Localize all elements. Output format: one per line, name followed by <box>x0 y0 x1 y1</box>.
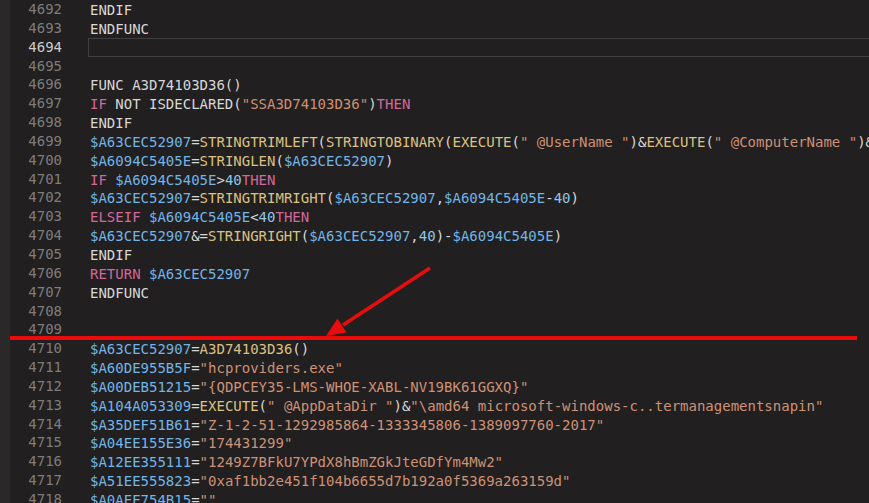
code-line[interactable]: 4707ENDFUNC <box>0 283 869 302</box>
code-line[interactable]: 4703ELSEIF $A6094C5405E<40THEN <box>0 207 869 226</box>
code-line[interactable]: 4711$A60DE955B5F="hcproviders.exe" <box>0 358 869 377</box>
code-text: IF $A6094C5405E>40THEN <box>88 170 869 189</box>
code-line[interactable]: 4705ENDIF <box>0 245 869 264</box>
code-line[interactable]: 4700$A6094C5405E=STRINGLEN($A63CEC52907) <box>0 151 869 170</box>
code-text: ENDIF <box>88 245 869 264</box>
code-text <box>88 57 869 76</box>
code-text: $A0AEE754B15="" <box>88 490 869 503</box>
code-text: ENDIF <box>88 0 869 19</box>
code-text <box>88 38 869 57</box>
code-text: RETURN $A63CEC52907 <box>88 264 869 283</box>
code-text: IF NOT ISDECLARED("SSA3D74103D36")THEN <box>88 94 869 113</box>
code-text: $A63CEC52907&=STRINGRIGHT($A63CEC52907,4… <box>88 226 869 245</box>
code-text: $A6094C5405E=STRINGLEN($A63CEC52907) <box>88 151 869 170</box>
code-text: FUNC A3D74103D36() <box>88 75 869 94</box>
code-line[interactable]: 4693ENDFUNC <box>0 19 869 38</box>
code-text: ENDIF <box>88 113 869 132</box>
code-line[interactable]: 4718$A0AEE754B15="" <box>0 490 869 503</box>
code-line[interactable]: 4714$A35DEF51B61="Z-1-2-51-1292985864-13… <box>0 415 869 434</box>
annotation-underline <box>10 336 857 340</box>
code-text: $A63CEC52907=STRINGTRIMLEFT(STRINGTOBINA… <box>88 132 869 151</box>
code-line[interactable]: 4704$A63CEC52907&=STRINGRIGHT($A63CEC529… <box>0 226 869 245</box>
code-line[interactable]: 4702$A63CEC52907=STRINGTRIMRIGHT($A63CEC… <box>0 188 869 207</box>
code-line[interactable]: 4697IF NOT ISDECLARED("SSA3D74103D36")TH… <box>0 94 869 113</box>
code-text: $A51EE555823="0xaf1bb2e451f104b6655d7b19… <box>88 471 869 490</box>
code-line[interactable]: 4715$A04EE155E36="174431299" <box>0 433 869 452</box>
code-line[interactable]: 4717$A51EE555823="0xaf1bb2e451f104b6655d… <box>0 471 869 490</box>
code-text: $A04EE155E36="174431299" <box>88 433 869 452</box>
code-text <box>88 302 869 321</box>
code-line[interactable]: 4694 <box>0 38 869 57</box>
code-text: $A00DEB51215="{QDPCEY35-LMS-WHOE-XABL-NV… <box>88 377 869 396</box>
code-line[interactable]: 4695 <box>0 57 869 76</box>
code-line[interactable]: 4716$A12EE355111="1249Z7BFkU7YPdX8hBmZGk… <box>0 452 869 471</box>
code-text: $A60DE955B5F="hcproviders.exe" <box>88 358 869 377</box>
code-line[interactable]: 4698ENDIF <box>0 113 869 132</box>
code-text: $A35DEF51B61="Z-1-2-51-1292985864-133334… <box>88 415 869 434</box>
code-area[interactable]: 4692ENDIF4693ENDFUNC469446954696FUNC A3D… <box>0 0 869 503</box>
code-line[interactable]: 4701IF $A6094C5405E>40THEN <box>0 170 869 189</box>
code-line[interactable]: 4712$A00DEB51215="{QDPCEY35-LMS-WHOE-XAB… <box>0 377 869 396</box>
code-text: $A63CEC52907=A3D74103D36() <box>88 339 869 358</box>
code-text: ELSEIF $A6094C5405E<40THEN <box>88 207 869 226</box>
code-line[interactable]: 4696FUNC A3D74103D36() <box>0 75 869 94</box>
code-editor: 4692ENDIF4693ENDFUNC469446954696FUNC A3D… <box>0 0 869 503</box>
code-line[interactable]: 4710$A63CEC52907=A3D74103D36() <box>0 339 869 358</box>
code-text: ENDFUNC <box>88 19 869 38</box>
code-line[interactable]: 4699$A63CEC52907=STRINGTRIMLEFT(STRINGTO… <box>0 132 869 151</box>
code-text: $A63CEC52907=STRINGTRIMRIGHT($A63CEC5290… <box>88 188 869 207</box>
code-text: ENDFUNC <box>88 283 869 302</box>
panel-edge-strip <box>0 0 10 503</box>
code-line[interactable]: 4713$A104A053309=EXECUTE(" @AppDataDir "… <box>0 396 869 415</box>
code-text: $A12EE355111="1249Z7BFkU7YPdX8hBmZGkJteG… <box>88 452 869 471</box>
code-text: $A104A053309=EXECUTE(" @AppDataDir ")&"\… <box>88 396 869 415</box>
code-line[interactable]: 4692ENDIF <box>0 0 869 19</box>
code-line[interactable]: 4708 <box>0 302 869 321</box>
code-line[interactable]: 4706RETURN $A63CEC52907 <box>0 264 869 283</box>
